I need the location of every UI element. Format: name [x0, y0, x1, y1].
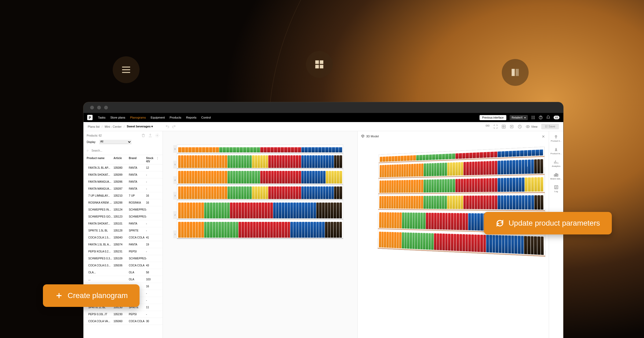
settings-icon[interactable]: [155, 133, 159, 138]
history-icon[interactable]: [518, 124, 522, 129]
planogram-canvas[interactable]: 654321: [163, 131, 357, 338]
table-row[interactable]: FANTA SHOKAT... 105101 FANTA -: [83, 220, 163, 227]
svg-rect-4: [320, 60, 323, 64]
canvas-area: 654321 3D Model ✕: [163, 131, 549, 338]
svg-point-27: [555, 135, 557, 137]
svg-point-17: [534, 118, 535, 119]
close-icon[interactable]: ✕: [542, 134, 545, 139]
view-toggle[interactable]: View: [526, 124, 537, 129]
right-rail: Product li... Product le... Analytics Br…: [549, 131, 563, 338]
svg-point-14: [534, 117, 535, 118]
col-brand[interactable]: Brand: [129, 157, 146, 163]
3d-panel-title: 3D Model: [361, 134, 546, 138]
svg-rect-6: [320, 65, 323, 68]
svg-rect-5: [315, 65, 319, 68]
save-button[interactable]: ☑ Save: [541, 124, 559, 129]
table-row[interactable]: SCHWEPPES GO... 105123 SCHWEPPES -: [83, 213, 163, 220]
svg-rect-2: [122, 72, 130, 73]
rail-product-list[interactable]: Product li...: [551, 134, 561, 142]
svg-point-10: [533, 116, 534, 117]
svg-rect-30: [557, 174, 558, 176]
col-qty[interactable]: Stock qty: [146, 157, 156, 163]
delete-icon[interactable]: [141, 133, 145, 138]
rail-analytics[interactable]: Analytics: [552, 160, 560, 167]
compare-icon: [502, 59, 529, 86]
svg-rect-1: [122, 69, 130, 70]
svg-point-19: [541, 118, 541, 119]
rail-product-level[interactable]: Product le...: [550, 147, 562, 155]
redo-icon[interactable]: [172, 124, 176, 129]
search-input[interactable]: [87, 148, 159, 153]
nav-planograms[interactable]: Planograms: [130, 116, 146, 119]
svg-point-12: [532, 117, 532, 118]
crumb-category[interactable]: Sweet beverages ▾: [127, 125, 153, 128]
grid-icon: [306, 51, 333, 78]
breadcrumb-bar: Plans list / Mini - Center / Sweet bever…: [83, 122, 563, 131]
table-row[interactable]: FANTA MANGUA... 105097 FANTA -: [83, 185, 163, 192]
create-planogram-callout[interactable]: Create planogram: [43, 284, 140, 307]
svg-point-26: [157, 135, 158, 136]
table-row[interactable]: 7 UP LIMN&LAY... 105210 7 UP 16: [83, 192, 163, 199]
nav-reports[interactable]: Reports: [186, 116, 197, 119]
table-row[interactable]: SCHWEPPES 0.3... 105109 SCHWEPPES -: [83, 255, 163, 262]
retailer-select[interactable]: RetailerX▾: [510, 115, 528, 120]
table-row[interactable]: FANTA SHOKAT... 105099 FANTA -: [83, 171, 163, 178]
table-row[interactable]: OLA... OLA 58: [83, 269, 163, 276]
apps-icon[interactable]: [531, 115, 535, 120]
rail-brand-stats[interactable]: Brand stat...: [550, 172, 562, 180]
col-name[interactable]: Product name: [87, 157, 114, 163]
grid-toggle-icon[interactable]: [502, 124, 506, 129]
undo-icon[interactable]: [165, 124, 170, 129]
table-row[interactable]: SCHWEPPES IN... 105124 SCHWEPPES -: [83, 206, 163, 213]
nav-store-plans[interactable]: Store plans: [110, 116, 125, 119]
notification-badge[interactable]: 63: [554, 116, 559, 119]
topbar: P Tasks Store plans Planograms Equipment…: [83, 113, 563, 122]
crumb-store[interactable]: Mini - Center: [105, 125, 122, 128]
nav-equipment[interactable]: Equipment: [151, 116, 165, 119]
app-logo[interactable]: P: [87, 115, 93, 120]
display-select[interactable]: All: [99, 140, 131, 144]
3d-panel: 3D Model ✕: [357, 131, 549, 338]
layout-icon[interactable]: [485, 124, 490, 129]
svg-rect-3: [315, 60, 319, 64]
display-label: Display: [87, 141, 96, 144]
svg-point-16: [533, 118, 534, 119]
table-row[interactable]: ROSINKA KREM ... 105288 ROSINKA 16: [83, 199, 163, 206]
product-panel: Products: 62 Display All: [83, 131, 163, 338]
bell-icon[interactable]: [546, 115, 550, 120]
nav-tasks[interactable]: Tasks: [98, 116, 105, 119]
upload-icon[interactable]: [148, 133, 152, 138]
table-row[interactable]: COCA COLA VA... 105060 COCA COLA 30: [83, 318, 163, 325]
svg-rect-0: [122, 67, 130, 67]
table-row[interactable]: FANTA 2L BL AP... 105080 FANTA 12: [83, 164, 163, 171]
svg-rect-21: [488, 125, 489, 126]
table-row[interactable]: COCA COLA 0.3... 105036 COCA COLA 43: [83, 262, 163, 269]
help-icon[interactable]: [539, 115, 543, 120]
table-row[interactable]: FANTA MANGUA... 105096 FANTA -: [83, 178, 163, 185]
nav-control[interactable]: Control: [201, 116, 211, 119]
table-row[interactable]: FANTA 1.5L BL A... 105074 FANTA 19: [83, 241, 163, 248]
svg-rect-8: [516, 69, 519, 76]
svg-point-13: [533, 117, 534, 118]
expand-icon[interactable]: [493, 124, 498, 129]
svg-rect-28: [554, 175, 555, 176]
crumb-plans-list[interactable]: Plans list: [88, 125, 100, 128]
svg-rect-7: [512, 69, 515, 76]
svg-point-25: [527, 126, 528, 127]
previous-interface-button[interactable]: Previous interface: [480, 115, 506, 120]
svg-point-11: [534, 116, 535, 117]
nav-products[interactable]: Products: [170, 116, 181, 119]
main-content: Products: 62 Display All: [83, 131, 563, 338]
window-controls: [83, 102, 563, 113]
table-row[interactable]: PEPSI 0.33L JT 105230 PEPSI -: [83, 311, 163, 318]
export-icon[interactable]: [510, 124, 514, 129]
table-row[interactable]: SPRITE 1.5L BL 105128 SPRITE -: [83, 227, 163, 234]
rail-log[interactable]: Log: [554, 185, 559, 193]
col-article[interactable]: Article: [114, 157, 129, 163]
table-row[interactable]: COCA COLA 1.5... 105043 COCA COLA 41: [83, 234, 163, 241]
more-columns-icon[interactable]: ⋮: [156, 157, 159, 163]
hamburger-icon: [113, 56, 140, 83]
table-row[interactable]: PEPSI KOLA 0.2... 105231 PEPSI -: [83, 248, 163, 255]
update-parameters-callout[interactable]: Update product parameters: [484, 212, 612, 234]
table-row[interactable]: ... OLA 103: [83, 276, 163, 283]
